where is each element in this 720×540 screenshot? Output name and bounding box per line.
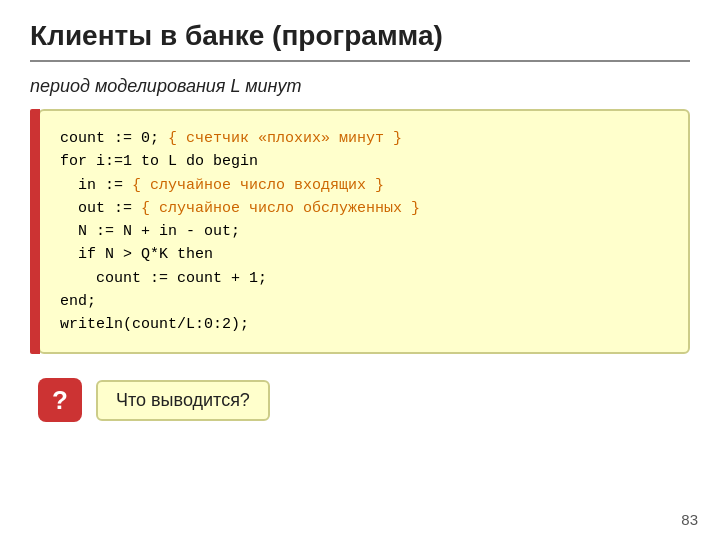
code-line-5: N := N + in - out; [60, 223, 240, 240]
question-label: Что выводится? [96, 380, 270, 421]
code-line-3: in := { случайное число входящих } [60, 177, 384, 194]
code-line-6: if N > Q*K then [60, 246, 213, 263]
slide: Клиенты в банке (программа) период модел… [0, 0, 720, 540]
code-line-4: out := { случайное число обслуженных } [60, 200, 420, 217]
question-box: ? Что выводится? [38, 378, 690, 422]
left-accent-bar [30, 109, 40, 354]
code-block: count := 0; { счетчик «плохих» минут } f… [38, 109, 690, 354]
code-line-2: for i:=1 to L do begin [60, 153, 258, 170]
code-line-7: count := count + 1; [60, 270, 267, 287]
question-icon: ? [38, 378, 82, 422]
slide-title: Клиенты в банке (программа) [30, 20, 690, 62]
slide-subtitle: период моделирования L минут [30, 76, 690, 97]
code-line-1: count := 0; { счетчик «плохих» минут } [60, 130, 402, 147]
code-line-9: writeln(count/L:0:2); [60, 316, 249, 333]
code-block-wrapper: count := 0; { счетчик «плохих» минут } f… [30, 109, 690, 354]
code-line-8: end; [60, 293, 96, 310]
slide-number: 83 [681, 511, 698, 528]
